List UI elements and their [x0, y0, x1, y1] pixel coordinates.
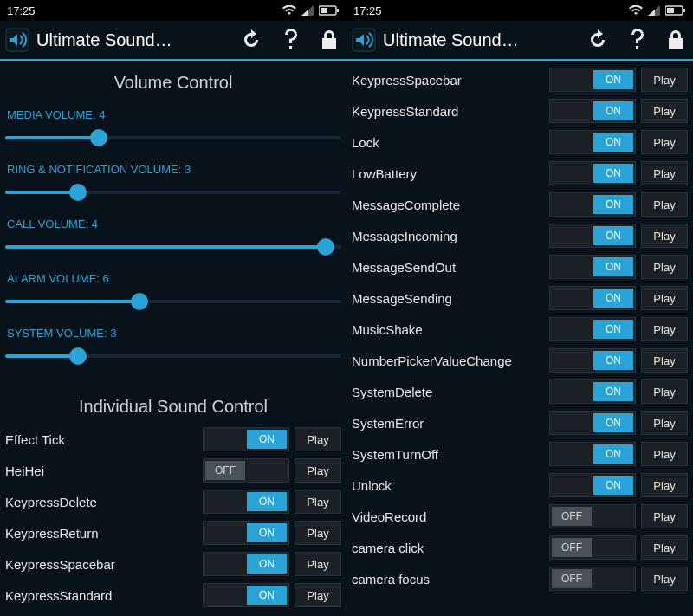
play-button[interactable]: Play: [641, 411, 688, 435]
toggle[interactable]: ON: [549, 442, 636, 466]
media-volume-slider[interactable]: MEDIA VOLUME: 4: [2, 103, 345, 158]
toggle[interactable]: ON: [549, 473, 636, 497]
sound-label: HeiHei: [5, 464, 198, 478]
wifi-icon: [629, 5, 643, 16]
play-button[interactable]: Play: [295, 521, 341, 545]
status-icons: [282, 5, 340, 16]
sound-row: HeiHeiOFFPlay: [0, 455, 346, 486]
toggle[interactable]: ON: [549, 379, 636, 404]
signal-icon: [301, 5, 314, 16]
sound-row: MessageIncomingONPlay: [346, 220, 693, 251]
sound-label: SystemDelete: [352, 385, 544, 399]
app-speaker-icon: [352, 28, 376, 52]
sound-row: MessageSendingONPlay: [346, 282, 693, 314]
play-button[interactable]: Play: [295, 552, 341, 576]
play-button[interactable]: Play: [641, 68, 688, 92]
status-icons: [629, 5, 686, 16]
play-button[interactable]: Play: [641, 161, 688, 185]
app-bar: Ultimate Sound…: [0, 21, 346, 61]
alarm-volume-slider[interactable]: ALARM VOLUME: 6: [2, 267, 345, 321]
lock-icon: [667, 29, 684, 50]
toggle[interactable]: ON: [549, 286, 636, 310]
play-button[interactable]: Play: [641, 379, 688, 404]
play-button[interactable]: Play: [295, 490, 341, 514]
sound-label: Effect Tick: [5, 432, 198, 447]
help-button[interactable]: [629, 29, 646, 51]
toggle[interactable]: ON: [203, 427, 289, 451]
help-icon: [282, 29, 300, 51]
left-content: Volume Control MEDIA VOLUME: 4RING & NOT…: [0, 61, 346, 616]
battery-icon: [665, 5, 686, 16]
play-button[interactable]: Play: [641, 442, 688, 466]
system-volume-slider[interactable]: SYSTEM VOLUME: 3: [2, 321, 345, 376]
svg-rect-2: [321, 8, 327, 13]
sound-label: KeypressStandard: [5, 588, 198, 603]
play-button[interactable]: Play: [641, 255, 688, 279]
play-button[interactable]: Play: [641, 224, 688, 248]
toggle[interactable]: ON: [549, 348, 636, 373]
toggle[interactable]: OFF: [203, 458, 289, 483]
lock-button[interactable]: [321, 29, 338, 50]
sound-row: LowBatteryONPlay: [346, 158, 693, 189]
play-button[interactable]: Play: [641, 317, 688, 341]
toggle[interactable]: OFF: [549, 567, 636, 591]
slider-label: MEDIA VOLUME: 4: [3, 108, 343, 126]
play-button[interactable]: Play: [295, 458, 341, 483]
sound-label: KeypressSpacebar: [5, 557, 198, 572]
status-bar: 17:25: [346, 0, 693, 21]
svg-rect-6: [667, 8, 674, 13]
play-button[interactable]: Play: [641, 348, 688, 373]
toggle[interactable]: ON: [203, 490, 289, 514]
toggle[interactable]: ON: [203, 552, 289, 576]
toggle[interactable]: ON: [549, 317, 636, 341]
sound-row: KeypressSpacebarONPlay: [346, 64, 693, 95]
toggle[interactable]: ON: [549, 161, 636, 185]
play-button[interactable]: Play: [295, 427, 341, 451]
call-volume-slider[interactable]: CALL VOLUME: 4: [2, 212, 345, 267]
toggle[interactable]: OFF: [549, 504, 636, 528]
play-button[interactable]: Play: [641, 99, 688, 123]
play-button[interactable]: Play: [641, 473, 688, 497]
sound-row: KeypressSpacebarONPlay: [0, 548, 346, 580]
play-button[interactable]: Play: [641, 535, 688, 560]
toggle[interactable]: ON: [203, 521, 289, 545]
toggle[interactable]: ON: [549, 192, 636, 217]
svg-rect-1: [337, 9, 339, 12]
app-title: Ultimate Sound…: [36, 30, 234, 50]
toggle[interactable]: ON: [549, 68, 636, 92]
sound-label: SystemTurnOff: [352, 447, 544, 462]
refresh-icon: [241, 29, 262, 50]
sound-label: LowBattery: [352, 166, 544, 181]
refresh-button[interactable]: [241, 29, 262, 50]
sound-row: SystemDeleteONPlay: [346, 376, 693, 407]
lock-button[interactable]: [667, 29, 684, 50]
play-button[interactable]: Play: [641, 286, 688, 310]
sound-row: MessageCompleteONPlay: [346, 189, 693, 220]
sound-label: camera click: [352, 541, 544, 555]
toggle[interactable]: ON: [549, 224, 636, 248]
play-button[interactable]: Play: [641, 130, 688, 154]
play-button[interactable]: Play: [641, 567, 688, 591]
sound-label: KeypressDelete: [5, 495, 198, 509]
toggle[interactable]: ON: [549, 411, 636, 435]
play-button[interactable]: Play: [641, 192, 688, 217]
sound-row: VideoRecordOFFPlay: [346, 501, 693, 532]
help-button[interactable]: [282, 29, 300, 51]
status-time: 17:25: [353, 4, 382, 17]
sound-row: SystemTurnOffONPlay: [346, 438, 693, 470]
play-button[interactable]: Play: [295, 583, 341, 607]
toggle[interactable]: ON: [549, 130, 636, 154]
sound-row: Effect TickONPlay: [0, 424, 346, 455]
ring-volume-slider[interactable]: RING & NOTIFICATION VOLUME: 3: [2, 158, 345, 212]
sound-row: SystemErrorONPlay: [346, 407, 693, 438]
toggle[interactable]: OFF: [549, 535, 636, 560]
refresh-icon: [587, 29, 608, 50]
toggle[interactable]: ON: [549, 99, 636, 123]
lock-icon: [321, 29, 338, 50]
play-button[interactable]: Play: [641, 504, 688, 528]
sound-label: MessageSending: [352, 291, 544, 306]
toggle[interactable]: ON: [203, 583, 289, 607]
toggle[interactable]: ON: [549, 255, 636, 279]
refresh-button[interactable]: [587, 29, 608, 50]
slider-label: RING & NOTIFICATION VOLUME: 3: [3, 163, 343, 181]
